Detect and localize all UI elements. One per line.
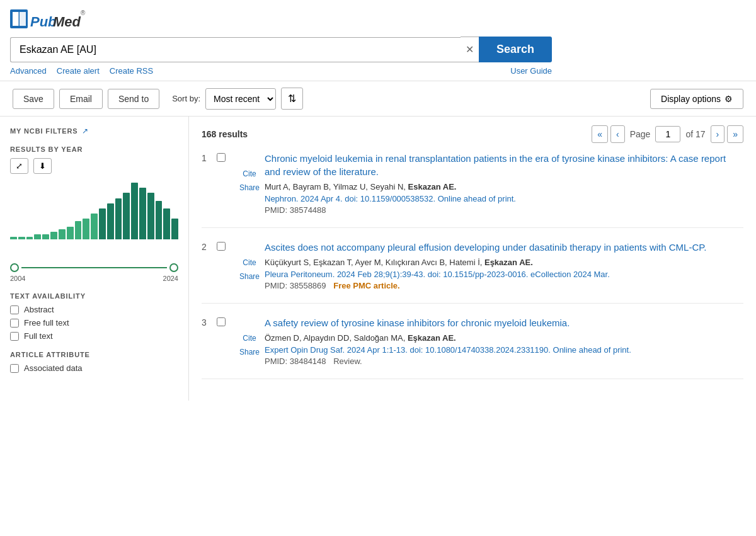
- text-availability-section: TEXT AVAILABILITY Abstract Free full tex…: [10, 292, 178, 341]
- article-3-checkbox-col: [217, 316, 234, 366]
- search-button[interactable]: Search: [479, 37, 552, 62]
- search-input[interactable]: [10, 37, 461, 62]
- chart-bar-16: [139, 188, 146, 239]
- range-start-handle[interactable]: [10, 263, 19, 272]
- results-by-year-title: RESULTS BY YEAR: [10, 145, 178, 153]
- article-3-authors: Özmen D, Alpaydın DD, Saldoğan MA, Eşkaz…: [265, 333, 743, 343]
- article-1-pmid-text: PMID: 38574488: [265, 205, 326, 215]
- article-1-cite-button[interactable]: Cite: [243, 169, 256, 178]
- prev-page-button[interactable]: ‹: [610, 125, 625, 143]
- first-page-button[interactable]: «: [592, 125, 608, 143]
- last-page-button[interactable]: »: [727, 125, 743, 143]
- page-label: Page: [630, 129, 651, 139]
- chart-bar-8: [75, 221, 82, 239]
- article-1-body: Chronic myeloid leukemia in renal transp…: [265, 152, 743, 215]
- associated-data-checkbox[interactable]: [10, 364, 19, 373]
- article-1-authors-regular: Murt A, Bayram B, Yilmaz U, Seyahi N,: [265, 182, 408, 191]
- display-options-button[interactable]: Display options ⚙: [650, 89, 743, 109]
- email-button[interactable]: Email: [59, 89, 103, 109]
- article-2-pmc-badge: Free PMC article.: [333, 281, 400, 290]
- associated-data-label[interactable]: Associated data: [24, 363, 83, 373]
- full-text-filter: Full text: [10, 331, 178, 341]
- clear-search-button[interactable]: ✕: [461, 37, 479, 62]
- sort-order-button[interactable]: ⇅: [281, 88, 303, 110]
- article-2-pmid-text: PMID: 38558869: [265, 281, 326, 290]
- page-input[interactable]: [655, 126, 680, 142]
- chart-bar-13: [115, 198, 122, 239]
- create-rss-link[interactable]: Create RSS: [110, 66, 153, 76]
- year-range-slider[interactable]: [10, 263, 178, 272]
- chart-controls: ⤢ ⬇: [10, 158, 178, 174]
- article-attribute-title: ARTICLE ATTRIBUTE: [10, 351, 178, 358]
- article-2-pmid: PMID: 38558869 Free PMC article.: [265, 281, 743, 290]
- article-1-authors: Murt A, Bayram B, Yilmaz U, Seyahi N, Es…: [265, 182, 743, 191]
- range-end-handle[interactable]: [169, 263, 178, 272]
- chart-bar-2: [26, 237, 33, 239]
- page-of: of 17: [685, 129, 705, 139]
- user-guide-link[interactable]: User Guide: [510, 66, 552, 76]
- article-3-checkbox[interactable]: [217, 317, 226, 326]
- sort-label: Sort by:: [172, 94, 200, 103]
- article-3-actions: Cite Share: [234, 316, 265, 366]
- external-link-icon: ↗: [82, 127, 88, 135]
- associated-data-filter: Associated data: [10, 363, 178, 373]
- chart-bar-3: [34, 234, 41, 239]
- free-full-text-checkbox[interactable]: [10, 319, 19, 328]
- article-1-pmid: PMID: 38574488: [265, 205, 743, 215]
- sort-select[interactable]: Most recent: [205, 88, 276, 110]
- article-2-title[interactable]: Ascites does not accompany pleural effus…: [265, 241, 743, 254]
- article-3-authors-regular: Özmen D, Alpaydın DD, Saldoğan MA,: [265, 333, 408, 343]
- download-chart-button[interactable]: ⬇: [33, 158, 52, 174]
- chart-bar-20: [171, 219, 178, 239]
- article-2-authors-regular: Küçükyurt S, Eşkazan T, Ayer M, Kılıçkır…: [265, 258, 484, 267]
- header: Pub Med ® ✕ Search Advanced Create alert…: [0, 0, 756, 117]
- article-3-title[interactable]: A safety review of tyrosine kinase inhib…: [265, 316, 743, 329]
- article-1-title[interactable]: Chronic myeloid leukemia in renal transp…: [265, 152, 743, 178]
- article-2-share-button[interactable]: Share: [239, 272, 260, 281]
- article-1-journal: Nephron. 2024 Apr 4. doi: 10.1159/000538…: [265, 194, 743, 203]
- full-text-checkbox[interactable]: [10, 332, 19, 341]
- range-line: [21, 267, 167, 268]
- chart-bars: [10, 179, 178, 242]
- article-1-number: 1: [202, 153, 217, 215]
- article-1-author-bold: Eskazan AE.: [408, 182, 457, 191]
- advanced-link[interactable]: Advanced: [10, 66, 47, 76]
- abstract-checkbox[interactable]: [10, 305, 19, 314]
- chart-bar-11: [99, 208, 106, 239]
- article-1-actions: Cite Share: [234, 152, 265, 215]
- article-2-cite-button[interactable]: Cite: [243, 258, 256, 267]
- ncbi-filters-section[interactable]: MY NCBI FILTERS ↗: [10, 127, 178, 135]
- send-to-button[interactable]: Send to: [108, 89, 159, 109]
- search-bar: ✕ Search: [10, 37, 552, 62]
- chart-bar-0: [10, 237, 17, 239]
- chart-bar-4: [42, 234, 49, 239]
- article-3: 3 Cite Share A safety review of tyrosine…: [202, 316, 743, 379]
- article-1-share-button[interactable]: Share: [239, 183, 260, 192]
- create-alert-link[interactable]: Create alert: [57, 66, 100, 76]
- abstract-label[interactable]: Abstract: [24, 305, 54, 314]
- chart-bar-17: [147, 193, 154, 239]
- chart-bar-7: [67, 227, 74, 239]
- content-area: 168 results « ‹ Page of 17 › » 1 Cite Sh…: [189, 117, 756, 401]
- article-3-cite-button[interactable]: Cite: [243, 334, 256, 343]
- chart-bar-1: [18, 237, 25, 239]
- logo-area: Pub Med ®: [10, 6, 746, 31]
- chart-bar-9: [83, 219, 89, 239]
- chart-bar-10: [91, 214, 98, 239]
- full-text-label[interactable]: Full text: [24, 331, 53, 341]
- article-2-number: 2: [202, 242, 217, 290]
- article-3-share-button[interactable]: Share: [239, 348, 260, 356]
- expand-chart-button[interactable]: ⤢: [10, 158, 28, 174]
- article-1-checkbox[interactable]: [217, 153, 226, 162]
- chart-bar-5: [50, 232, 57, 239]
- save-button[interactable]: Save: [13, 89, 54, 109]
- pubmed-logo: Pub Med ®: [10, 6, 86, 31]
- pagination: « ‹ Page of 17 › »: [592, 125, 743, 143]
- next-page-button[interactable]: ›: [711, 125, 725, 143]
- chart-bar-14: [123, 193, 130, 239]
- free-full-text-label[interactable]: Free full text: [24, 318, 69, 328]
- toolbar: Save Email Send to Sort by: Most recent …: [0, 81, 756, 117]
- article-2-checkbox[interactable]: [217, 242, 226, 251]
- article-1: 1 Cite Share Chronic myeloid leukemia in…: [202, 152, 743, 228]
- bar-chart: [10, 179, 178, 261]
